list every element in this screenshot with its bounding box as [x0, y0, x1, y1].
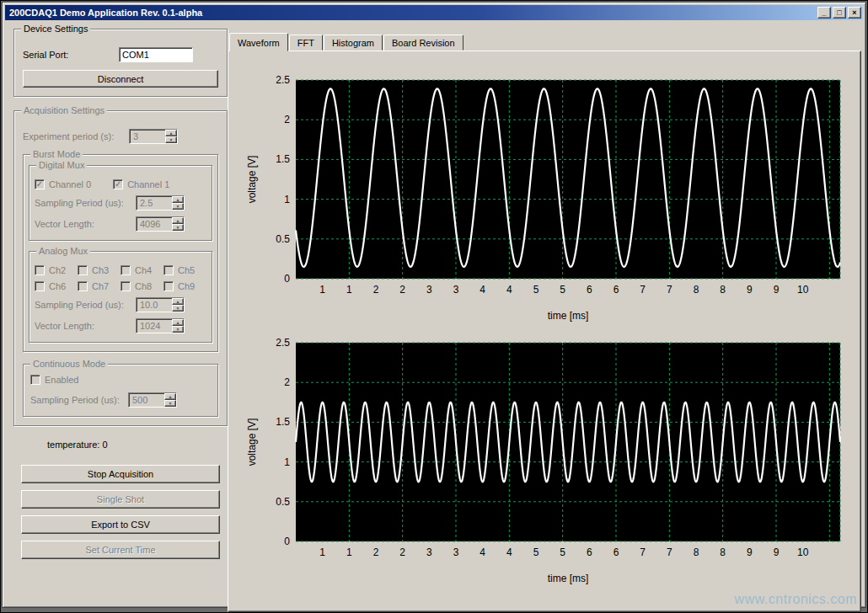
y-tick-label: 0 [284, 273, 290, 285]
continuous-mode-legend: Continuous Mode [30, 359, 108, 370]
stop-acquisition-button[interactable]: Stop Acquisition [21, 465, 220, 483]
x-tick-label: 1 [319, 546, 325, 558]
ch9-label: Ch9 [178, 281, 195, 291]
digital-mux-group: Digital Mux ✓ Channel 0 ✓ Channel 1 [29, 165, 212, 241]
export-to-csv-button[interactable]: Export to CSV [21, 515, 220, 534]
x-tick-label: 9 [774, 546, 780, 558]
analog-vector-length-label: Vector Length: [35, 321, 136, 331]
x-tick-label: 5 [533, 284, 539, 296]
digital-sampling-period-label: Sampling Period (us): [35, 198, 136, 208]
x-tick-label: 1 [346, 284, 352, 296]
x-tick-label: 4 [506, 284, 512, 296]
x-tick-label: 2 [373, 284, 379, 296]
ch3-label: Ch3 [92, 265, 109, 275]
analog-sampling-period-label: Sampling Period (us): [35, 300, 136, 310]
temperature-readout: temperature: 0 [47, 440, 228, 450]
window-title: 200CDAQ1 Demo Application Rev. 0.1-alpha [9, 8, 202, 18]
y-axis-label: voltage [V] [246, 156, 258, 204]
x-tick-label: 6 [587, 284, 592, 296]
tab-fft[interactable]: FFT [289, 35, 323, 51]
digital-sampling-period-value: 2.5 [137, 196, 172, 210]
x-tick-label: 1 [346, 546, 352, 558]
close-icon: × [852, 8, 856, 17]
x-tick-label: 8 [720, 546, 726, 558]
spin-down-icon: ▼ [165, 136, 177, 143]
checkbox-icon: ✓ [113, 179, 123, 189]
y-tick-label: 2 [284, 376, 290, 388]
checkbox-icon [121, 265, 131, 275]
burst-mode-legend: Burst Mode [30, 149, 83, 160]
continuous-sampling-period-value: 500 [129, 393, 164, 407]
maximize-button[interactable]: □ [833, 7, 846, 19]
waveform-chart-top: 00.511.522.511223344556677889910time [ms… [244, 73, 855, 328]
window-controls: _ □ × [817, 7, 861, 19]
display-tab-control: Waveform FFT Histogram Board Revision 00… [228, 32, 861, 611]
x-tick-label: 8 [694, 284, 699, 296]
close-button[interactable]: × [848, 7, 861, 19]
continuous-enabled-checkbox: Enabled [30, 375, 78, 385]
spin-up-icon: ▲ [164, 393, 176, 400]
spin-up-icon: ▲ [165, 130, 177, 136]
plot-area [296, 343, 840, 541]
disconnect-button[interactable]: Disconnect [23, 70, 218, 88]
action-buttons: Stop Acquisition Single Shot Export to C… [13, 465, 228, 559]
serial-port-label: Serial Port: [23, 50, 119, 60]
minimize-button[interactable]: _ [817, 7, 831, 19]
y-tick-label: 1 [284, 456, 290, 468]
x-tick-label: 7 [667, 546, 672, 558]
serial-port-input[interactable] [119, 47, 193, 62]
continuous-sampling-period-label: Sampling Period (us): [30, 395, 128, 405]
ch6-label: Ch6 [49, 281, 66, 291]
x-tick-label: 3 [426, 284, 432, 296]
ch2-label: Ch2 [49, 265, 66, 275]
y-tick-label: 2 [284, 114, 290, 125]
y-tick-label: 2.5 [276, 337, 290, 349]
single-shot-button: Single Shot [21, 490, 220, 509]
checkbox-icon [78, 265, 88, 275]
spin-up-icon: ▲ [172, 298, 184, 305]
x-tick-label: 7 [640, 284, 646, 296]
checkbox-icon [121, 281, 131, 291]
spin-down-icon: ▼ [172, 305, 184, 312]
tab-board-revision[interactable]: Board Revision [383, 35, 463, 51]
digital-vector-length-label: Vector Length: [35, 219, 136, 229]
checkbox-icon [30, 375, 40, 385]
analog-vector-length-value: 1024 [137, 319, 172, 333]
channel0-checkbox: ✓ Channel 0 [35, 179, 91, 189]
ch4-label: Ch4 [135, 265, 152, 275]
y-tick-label: 0.5 [276, 233, 290, 245]
x-tick-label: 3 [453, 284, 459, 296]
checkbox-icon [35, 281, 45, 291]
x-tick-label: 2 [399, 284, 405, 296]
continuous-mode-group: Continuous Mode Enabled Sampling Period … [23, 364, 218, 417]
x-tick-label: 10 [797, 284, 809, 296]
experiment-period-value: 3 [130, 130, 165, 143]
spin-up-icon: ▲ [172, 217, 184, 224]
tab-waveform[interactable]: Waveform [229, 33, 288, 51]
tab-histogram[interactable]: Histogram [324, 35, 383, 51]
acquisition-settings-group: Acquisition Settings Experiment period (… [13, 110, 228, 426]
x-tick-label: 4 [480, 284, 485, 296]
x-tick-label: 8 [694, 546, 699, 558]
y-tick-label: 0 [284, 536, 290, 547]
y-tick-label: 2.5 [276, 74, 290, 86]
x-tick-label: 9 [774, 284, 780, 296]
ch8-label: Ch8 [135, 281, 152, 291]
burst-mode-group: Burst Mode Digital Mux ✓ Channel 0 ✓ [23, 154, 218, 352]
set-current-time-button: Set Current Time [21, 541, 220, 559]
spin-down-icon: ▼ [172, 203, 184, 210]
x-tick-label: 3 [453, 546, 459, 558]
device-settings-group: Device Settings Serial Port: Disconnect [13, 29, 228, 97]
spinner-buttons: ▲ ▼ [165, 130, 177, 143]
device-settings-legend: Device Settings [21, 24, 90, 35]
waveform-tab-page: 00.511.522.511223344556677889910time [ms… [228, 51, 861, 612]
channel1-label: Channel 1 [127, 179, 169, 189]
watermark: www.cntronics.com [735, 592, 857, 607]
channel0-label: Channel 0 [49, 179, 91, 189]
client-area: Device Settings Serial Port: Disconnect … [5, 20, 863, 605]
spin-up-icon: ▲ [172, 196, 184, 203]
y-tick-label: 1.5 [276, 416, 290, 428]
maximize-icon: □ [837, 8, 841, 17]
experiment-period-spinner: 3 ▲ ▼ [129, 129, 178, 144]
checkbox-icon [163, 281, 174, 291]
